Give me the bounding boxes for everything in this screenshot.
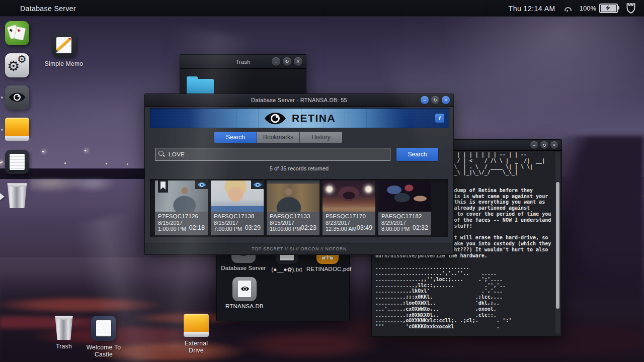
- search-field-wrap: [155, 148, 390, 161]
- result-count: 5 of 35 records returned: [145, 165, 453, 171]
- banner-title: RETINA: [292, 112, 336, 124]
- distant-lights: [569, 193, 644, 199]
- heart-card-icon: ♥: [14, 26, 26, 40]
- record-id: P5FSQC17170: [326, 213, 372, 219]
- record-card[interactable]: PAFSQC17138 8/15/2017 7:00:00 PM 03:29: [211, 180, 264, 235]
- database-window-titlebar[interactable]: Database Server - RTNANSA.DB: 55 – ↻ ×: [145, 94, 453, 107]
- menubar-app-title[interactable]: Database Server: [20, 5, 76, 13]
- battery-icon: [599, 4, 618, 13]
- record-card[interactable]: P7FSQC17126 8/15/2017 1:00:00 PM 02:18: [155, 180, 208, 235]
- record-info: PAFSQC17133 8/15/2017 10:00:00 PM 02:23: [267, 212, 319, 235]
- record-duration: 03:29: [245, 224, 261, 231]
- close-button[interactable]: ×: [550, 141, 558, 149]
- retina-banner: RETINA i: [150, 108, 449, 128]
- dock-item-memo[interactable]: [5, 150, 29, 174]
- record-thumbnail[interactable]: [155, 180, 208, 212]
- menubar-clock[interactable]: Thu 12:14 AM: [509, 5, 555, 13]
- drive-icon-base: [184, 332, 209, 337]
- record-id: P7FSQC17126: [158, 213, 205, 219]
- dock: ♠ ♥ ⚙ ⚙: [0, 18, 35, 219]
- database-window-title: Database Server - RTNANSA.DB: 55: [145, 97, 453, 103]
- sky-glow: [443, 0, 644, 131]
- viewed-eye-icon: [251, 180, 264, 189]
- dock-item-trash[interactable]: [5, 182, 29, 210]
- restore-button[interactable]: ↻: [283, 57, 291, 66]
- battery-percent: 100%: [580, 5, 596, 12]
- battery-status[interactable]: 100%: [580, 4, 618, 13]
- paper-icon: [96, 320, 111, 336]
- dock-item-settings[interactable]: ⚙ ⚙: [5, 53, 29, 77]
- dock-item-external-drive[interactable]: [5, 118, 29, 142]
- file-label: RETINADOC.pdf: [306, 266, 349, 272]
- running-indicator: [1, 129, 3, 131]
- record-info: P7FSQC17126 8/15/2017 1:00:00 PM 02:18: [155, 212, 208, 235]
- tab-bookmarks[interactable]: Bookmarks: [257, 132, 300, 143]
- trash-cup-icon: [6, 182, 28, 208]
- search-icon: [158, 151, 165, 157]
- trash-cup-icon: [54, 315, 74, 340]
- record-thumbnail[interactable]: [378, 180, 431, 212]
- file-item-rtnansa-db[interactable]: RTNANSA.DB: [222, 277, 267, 309]
- tab-history[interactable]: History: [300, 132, 342, 143]
- records-strip: P7FSQC17126 8/15/2017 1:00:00 PM 02:18 P…: [150, 179, 448, 237]
- desktop-icon-label: Trash: [46, 343, 82, 350]
- scrollbar-track[interactable]: [555, 152, 560, 334]
- dock-item-database-server[interactable]: [5, 85, 29, 110]
- viewed-eye-icon: [195, 180, 208, 189]
- record-card[interactable]: P5FSQC17170 8/23/2017 12:35:00 AM 03:49: [323, 180, 375, 235]
- desktop-icon-trash[interactable]: Trash: [46, 315, 82, 350]
- scrollbar-thumb[interactable]: [556, 182, 559, 309]
- desktop-icon-external-drive[interactable]: External Drive: [177, 314, 215, 354]
- file-label: (●__●✿).txt: [267, 266, 306, 273]
- desktop-icon-label: Simple Memo: [43, 60, 85, 67]
- file-label: RTNANSA.DB: [222, 303, 267, 309]
- restore-button[interactable]: ↻: [540, 141, 548, 149]
- record-thumbnail[interactable]: [323, 180, 375, 212]
- running-indicator: [1, 161, 3, 163]
- minimize-button[interactable]: –: [421, 96, 429, 104]
- restore-button[interactable]: ↻: [431, 96, 439, 104]
- dock-expand-arrow-icon[interactable]: [0, 193, 5, 200]
- record-id: PAFSQC17133: [270, 213, 316, 219]
- document-app-icon: [91, 316, 116, 341]
- record-info: P5FSQC17170 8/23/2017 12:35:00 AM 03:49: [323, 212, 375, 235]
- database-server-window: Database Server - RTNANSA.DB: 55 – ↻ × R…: [144, 94, 454, 255]
- search-button[interactable]: Search: [396, 148, 438, 161]
- file-label: Database Server: [221, 265, 266, 271]
- memo-app-icon: [52, 33, 76, 57]
- light-reflection: [30, 179, 131, 209]
- drive-icon: [184, 314, 209, 332]
- retina-eye-logo: [264, 112, 287, 125]
- tab-bar: Search Bookmarks History: [214, 132, 342, 143]
- desktop-icon-label: Welcome To Castle: [79, 344, 128, 358]
- screen: Simple Memo Trash Welcome To Castle Exte…: [0, 0, 644, 362]
- info-button[interactable]: i: [435, 114, 444, 123]
- record-thumbnail[interactable]: [267, 180, 319, 212]
- dock-item-solitaire[interactable]: ♠ ♥: [5, 21, 29, 45]
- record-thumbnail[interactable]: [211, 180, 264, 212]
- record-card[interactable]: PAFSQC17133 8/15/2017 10:00:00 PM 02:23: [267, 180, 319, 235]
- tab-search[interactable]: Search: [214, 132, 257, 143]
- classification-footer: TOP SECRET // SI // ORCON // NOFORN: [145, 243, 453, 254]
- eye-icon: [8, 92, 26, 103]
- desktop-icon-welcome-to-castle[interactable]: Welcome To Castle: [79, 316, 128, 358]
- minimize-button[interactable]: –: [272, 57, 280, 66]
- record-duration: 03:49: [357, 224, 372, 231]
- record-card[interactable]: PAFSQC17182 8/29/2017 8:00:00 PM 02:32: [378, 180, 431, 235]
- trash-window-titlebar[interactable]: Trash – ↻ ×: [180, 55, 306, 69]
- paper-icon: [10, 154, 25, 170]
- desktop-icon-label: External Drive: [177, 340, 215, 354]
- db-file-icon: [232, 277, 257, 301]
- classification-text: TOP SECRET // SI // ORCON // NOFORN: [252, 246, 347, 251]
- running-indicator: [1, 97, 3, 99]
- close-button[interactable]: ×: [294, 57, 302, 66]
- wifi-icon[interactable]: [564, 6, 572, 12]
- menubar: Database Server Thu 12:14 AM 100%: [0, 0, 644, 17]
- record-duration: 02:18: [189, 224, 205, 231]
- desktop-icon-simple-memo[interactable]: Simple Memo: [43, 33, 85, 67]
- search-input[interactable]: [168, 149, 381, 160]
- eye-icon: [240, 286, 250, 292]
- minimize-button[interactable]: –: [530, 141, 538, 149]
- close-button[interactable]: ×: [442, 96, 450, 104]
- castle-badge-icon[interactable]: [626, 3, 636, 14]
